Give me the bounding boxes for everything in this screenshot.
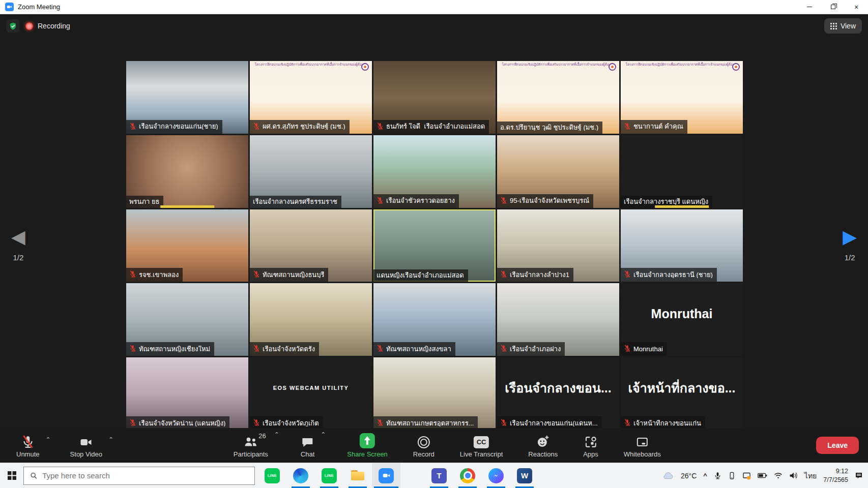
muted-mic-icon bbox=[500, 345, 507, 353]
recording-label: Recording bbox=[38, 22, 70, 30]
participant-name-label: Monruthai bbox=[621, 342, 667, 356]
record-button[interactable]: Record bbox=[408, 428, 440, 463]
participant-name: เรือนจำชั่วคราวดอยฮาง bbox=[386, 197, 455, 204]
participant-tile[interactable]: เรือนจำชั่วคราวดอยฮาง bbox=[373, 135, 496, 208]
temperature-label[interactable]: 26°C bbox=[681, 472, 697, 480]
participant-tile[interactable]: เจ้าหน้าที่กลางขอ... เจ้าหน้าที่กลางขอนแ… bbox=[621, 357, 743, 430]
participant-tile[interactable]: ทัณฑสถานหญิงเชียงใหม่ bbox=[126, 283, 248, 356]
taskbar-app-word[interactable]: W bbox=[510, 463, 539, 488]
taskbar-app-teams[interactable]: T bbox=[425, 463, 453, 488]
participant-tile[interactable]: โครงการฝึกอบรมเชิงปฏิบัติการเพื่อเสริมบร… bbox=[250, 61, 372, 134]
prev-arrow-icon[interactable]: ◀ bbox=[11, 228, 25, 246]
gallery-next-page[interactable]: ▶ 1/2 bbox=[843, 228, 857, 262]
system-tray: 26°C^ ไทย9:12 7/7/2565 bbox=[662, 463, 868, 488]
participants-options-caret-icon[interactable]: ⌃ bbox=[273, 431, 280, 438]
stop-video-button[interactable]: Stop Video bbox=[65, 433, 107, 458]
language-indicator[interactable]: ไทย bbox=[804, 470, 817, 481]
share-screen-button[interactable]: Share Screen bbox=[342, 428, 393, 463]
whiteboards-button[interactable]: Whiteboards bbox=[619, 428, 666, 463]
weather-cloud-icon[interactable] bbox=[662, 471, 674, 480]
action-center-icon[interactable] bbox=[855, 472, 863, 480]
participant-tile[interactable]: แดนหญิงเรือนจำอำเภอแม่สอด bbox=[373, 209, 496, 282]
taskbar-app-edge[interactable] bbox=[286, 463, 315, 488]
reactions-button[interactable]: Reactions bbox=[523, 428, 563, 463]
participant-name: อ.ดร.ปรียานุช วุฒิ ชูประดิษฐ์ (มช.) bbox=[500, 124, 598, 131]
participant-name-label: เรือนจำกลางอุดรธานี (ชาย) bbox=[621, 268, 717, 282]
view-button[interactable]: View bbox=[824, 18, 862, 34]
unmute-group: Unmute⌃ bbox=[11, 433, 52, 458]
tray-overflow-chevron-icon[interactable]: ^ bbox=[703, 472, 707, 479]
meeting-status-row: Recording bbox=[6, 19, 70, 33]
participant-name-label: รจช.เขาพลอง bbox=[126, 268, 183, 282]
taskbar-app-explorer[interactable] bbox=[343, 463, 372, 488]
tray-wifi-icon[interactable] bbox=[774, 472, 783, 479]
participant-tile[interactable]: เรือนจำอำเภอฝาง bbox=[497, 283, 619, 356]
view-label: View bbox=[841, 22, 856, 30]
tray-volume-icon[interactable] bbox=[789, 472, 798, 479]
participant-name: พรนภา ยธ bbox=[129, 198, 159, 205]
participant-tile[interactable]: เรือนจำกลางราชบุรี แดนหญิง bbox=[621, 135, 743, 208]
participant-tile[interactable]: ธนภัทร์ ใจดี_เรือนจำอำเภอแม่สอด bbox=[373, 61, 496, 134]
participant-tile[interactable]: ทัณฑสถานหญิงสงขลา bbox=[373, 283, 496, 356]
restore-button[interactable] bbox=[821, 0, 845, 14]
tray-cast-icon[interactable] bbox=[742, 472, 751, 480]
live-transcript-button[interactable]: CC Live Transcript bbox=[455, 428, 508, 463]
chat-options-caret-icon[interactable]: ⌃ bbox=[320, 431, 327, 438]
participant-tile[interactable]: Monruthai Monruthai bbox=[621, 283, 743, 356]
participant-tile[interactable]: โครงการฝึกอบรมเชิงปฏิบัติการเพื่อเสริมบร… bbox=[621, 61, 743, 134]
participants-button[interactable]: 26 Participants bbox=[228, 428, 273, 463]
gallery-prev-page[interactable]: ◀ 1/2 bbox=[11, 228, 25, 262]
participant-tile[interactable]: เรือนจำกลางอุดรธานี (ชาย) bbox=[621, 209, 743, 282]
stop-video-options-caret-icon[interactable]: ⌃ bbox=[107, 436, 114, 443]
participant-name: เรือนจำจังหวัดภูเก็ต bbox=[263, 420, 319, 426]
participant-tile[interactable]: 95-เรือนจำจังหวัดเพชรบูรณ์ bbox=[497, 135, 619, 208]
record-icon bbox=[418, 436, 430, 448]
brand-logo-icon bbox=[732, 63, 740, 71]
participant-tile[interactable]: โครงการฝึกอบรมเชิงปฏิบัติการเพื่อเสริมบร… bbox=[497, 61, 619, 134]
share-screen-icon bbox=[360, 433, 375, 448]
participant-tile[interactable]: เรือนจำจังหวัดน่าน (แดนหญิง) bbox=[126, 357, 248, 430]
tray-mic-icon[interactable] bbox=[714, 472, 721, 479]
search-input[interactable] bbox=[42, 471, 248, 480]
brand-logo-icon bbox=[609, 63, 616, 71]
participant-tile[interactable]: เรือนจำกลางขอนแก่น(ชาย) bbox=[126, 61, 248, 134]
close-button[interactable]: × bbox=[845, 0, 868, 14]
muted-mic-icon bbox=[377, 197, 384, 205]
minimize-button[interactable] bbox=[798, 0, 821, 14]
taskbar-app-chrome[interactable] bbox=[453, 463, 482, 488]
unmute-button[interactable]: Unmute bbox=[11, 433, 45, 458]
taskbar-search[interactable] bbox=[23, 467, 255, 485]
taskbar-app-line2[interactable]: LINE bbox=[315, 463, 343, 488]
participant-tile[interactable]: เรือนจำกลางขอน... เรือนจำกลางขอนแก่น(แดน… bbox=[497, 357, 619, 430]
recording-indicator[interactable]: Recording bbox=[25, 22, 70, 30]
next-arrow-icon[interactable]: ▶ bbox=[843, 228, 857, 246]
participant-tile[interactable]: เรือนจำกลางลำปาง1 bbox=[497, 209, 619, 282]
participant-tile[interactable]: เรือนจำจังหวัดตรัง bbox=[250, 283, 372, 356]
apps-button[interactable]: Apps bbox=[578, 428, 603, 463]
participant-name-label: เรือนจำกลางขอนแก่น(ชาย) bbox=[126, 120, 222, 134]
chat-button[interactable]: Chat bbox=[296, 428, 320, 463]
participant-tile[interactable]: ทัณฑสถานหญิงธนบุรี bbox=[250, 209, 372, 282]
participant-tile[interactable]: ทัณฑสถานเกษตรอุตสาหกรร... bbox=[373, 357, 496, 430]
taskbar-app-zoom[interactable] bbox=[372, 463, 400, 488]
participant-tile[interactable]: พรนภา ยธ bbox=[126, 135, 248, 208]
unmute-options-caret-icon[interactable]: ⌃ bbox=[45, 436, 52, 443]
tray-battery-icon[interactable] bbox=[758, 473, 767, 478]
muted-mic-icon bbox=[253, 345, 260, 353]
brand-logo-icon bbox=[361, 63, 369, 71]
security-shield-icon[interactable] bbox=[6, 19, 19, 33]
participant-tile[interactable]: รจช.เขาพลอง bbox=[126, 209, 248, 282]
participant-tile[interactable]: เรือนจำกลางนครศรีธรรมราช bbox=[250, 135, 372, 208]
taskbar-app-messenger[interactable] bbox=[482, 463, 510, 488]
taskbar-clock[interactable]: 9:12 7/7/2565 bbox=[823, 467, 848, 484]
taskbar-app-icons: LINELINETW bbox=[258, 463, 539, 488]
start-button[interactable] bbox=[0, 463, 23, 488]
whiteboards-icon bbox=[635, 433, 649, 448]
muted-mic-icon bbox=[500, 197, 507, 205]
apps-icon bbox=[584, 433, 597, 448]
leave-button[interactable]: Leave bbox=[816, 437, 859, 454]
messenger-icon bbox=[488, 468, 504, 483]
taskbar-app-line[interactable]: LINE bbox=[258, 463, 286, 488]
tray-phone-icon[interactable] bbox=[728, 472, 736, 480]
participant-tile[interactable]: EOS WEBCAM UTILITY เรือนจำจังหวัดภูเก็ต bbox=[250, 357, 372, 430]
